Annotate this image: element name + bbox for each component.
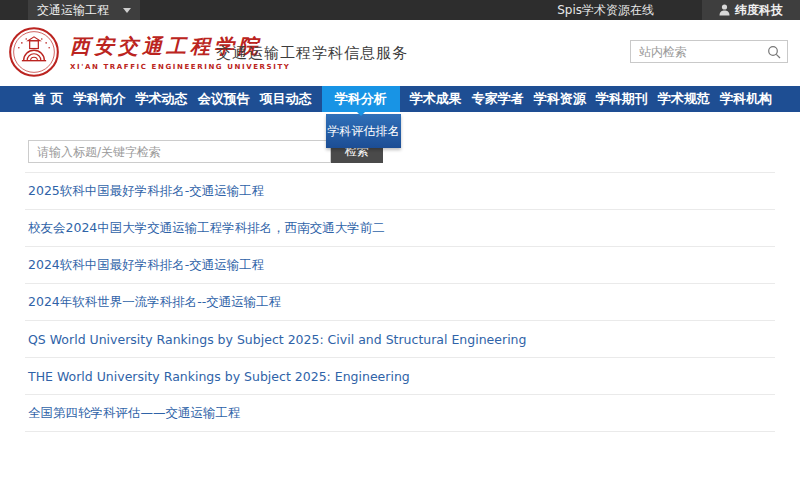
subject-selector-label: 交通运输工程 (37, 2, 109, 19)
nav-item-subject-resources[interactable]: 学科资源 (534, 86, 586, 112)
nav-item-subject-institutions[interactable]: 学科机构 (720, 86, 772, 112)
article-link-5[interactable]: QS World University Rankings by Subject … (28, 332, 526, 347)
subject-analysis-dropdown: 学科评估排名 (326, 114, 401, 148)
page: 交通运输工程 Spis学术资源在线 纬度科技 (0, 0, 800, 500)
spis-resource-link[interactable]: Spis学术资源在线 (557, 0, 654, 20)
list-item: 全国第四轮学科评估——交通运输工程 (25, 395, 775, 432)
list-item: 校友会2024中国大学交通运输工程学科排名，西南交通大学前二 (25, 210, 775, 247)
site-search-input[interactable] (631, 45, 767, 59)
article-link-3[interactable]: 2024软科中国最好学科排名-交通运输工程 (28, 257, 264, 274)
chevron-down-icon (123, 8, 131, 13)
search-icon[interactable] (767, 45, 781, 59)
dropdown-item-evaluation-ranking[interactable]: 学科评估排名 (328, 123, 400, 140)
list-item: 2024软科中国最好学科排名-交通运输工程 (25, 247, 775, 284)
site-search-box (630, 40, 788, 63)
keyword-filter-input[interactable] (28, 140, 331, 163)
nav-item-experts[interactable]: 专家学者 (472, 86, 524, 112)
article-list: 2025软科中国最好学科排名-交通运输工程 校友会2024中国大学交通运输工程学… (25, 172, 775, 432)
nav-item-subject-journals[interactable]: 学科期刊 (596, 86, 648, 112)
nav-item-academic-standards[interactable]: 学术规范 (658, 86, 710, 112)
nav-item-home[interactable]: 首 页 (33, 86, 64, 112)
article-link-4[interactable]: 2024年软科世界一流学科排名--交通运输工程 (28, 294, 281, 311)
nav-item-subject-intro[interactable]: 学科简介 (74, 86, 126, 112)
article-link-7[interactable]: 全国第四轮学科评估——交通运输工程 (28, 405, 241, 422)
vendor-label: 纬度科技 (735, 2, 783, 19)
list-item: THE World University Rankings by Subject… (25, 358, 775, 395)
article-link-1[interactable]: 2025软科中国最好学科排名-交通运输工程 (28, 183, 264, 200)
main-nav: 首 页 学科简介 学术动态 会议预告 项目动态 学科分析 学术成果 专家学者 学… (0, 86, 800, 112)
university-name-en: XI'AN TRAFFIC ENGINEERING UNIVERSITY (70, 63, 290, 71)
nav-item-project-news[interactable]: 项目动态 (260, 86, 312, 112)
user-icon (719, 4, 730, 16)
nav-item-academic-achievements[interactable]: 学术成果 (410, 86, 462, 112)
article-link-6[interactable]: THE World University Rankings by Subject… (28, 369, 410, 384)
list-item: QS World University Rankings by Subject … (25, 321, 775, 358)
list-item: 2025软科中国最好学科排名-交通运输工程 (25, 173, 775, 210)
university-seal-icon (8, 26, 60, 78)
article-link-2[interactable]: 校友会2024中国大学交通运输工程学科排名，西南交通大学前二 (28, 220, 385, 237)
nav-item-conference-preview[interactable]: 会议预告 (198, 86, 250, 112)
subject-selector-dropdown[interactable]: 交通运输工程 (28, 0, 140, 20)
vendor-account[interactable]: 纬度科技 (702, 0, 800, 20)
header: 西安交通工程学院 XI'AN TRAFFIC ENGINEERING UNIVE… (0, 20, 800, 86)
nav-item-academic-news[interactable]: 学术动态 (136, 86, 188, 112)
site-title: 交通运输工程学科信息服务 (216, 44, 408, 63)
topbar-spacer (140, 0, 557, 20)
nav-item-subject-analysis[interactable]: 学科分析 (322, 86, 400, 112)
top-utility-bar: 交通运输工程 Spis学术资源在线 纬度科技 (0, 0, 800, 20)
list-item: 2024年软科世界一流学科排名--交通运输工程 (25, 284, 775, 321)
